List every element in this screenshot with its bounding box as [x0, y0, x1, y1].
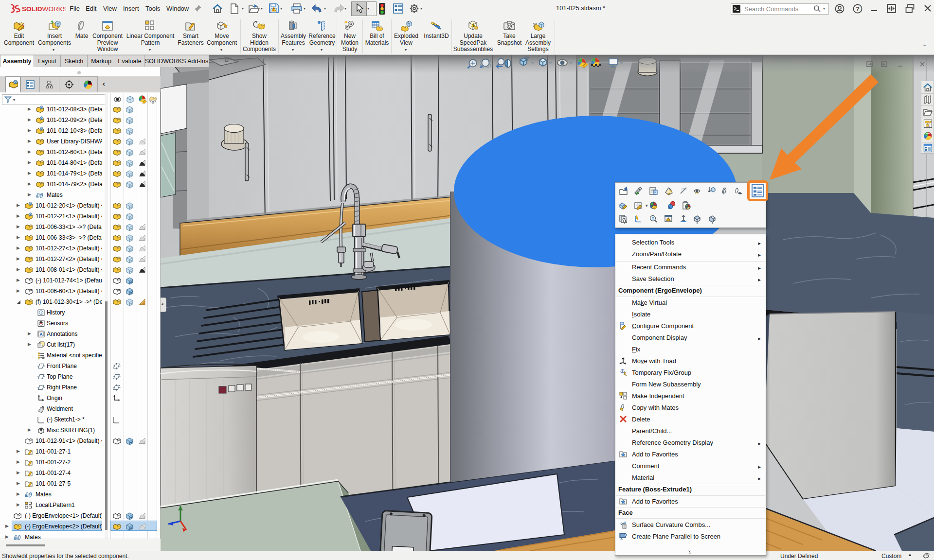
svg-text:▾: ▾	[646, 203, 648, 208]
svg-text:!: !	[273, 8, 274, 11]
svg-text:?: ?	[856, 6, 860, 13]
svg-text:SOLIDWORKS: SOLIDWORKS	[22, 5, 66, 13]
svg-text:!: !	[472, 24, 473, 27]
